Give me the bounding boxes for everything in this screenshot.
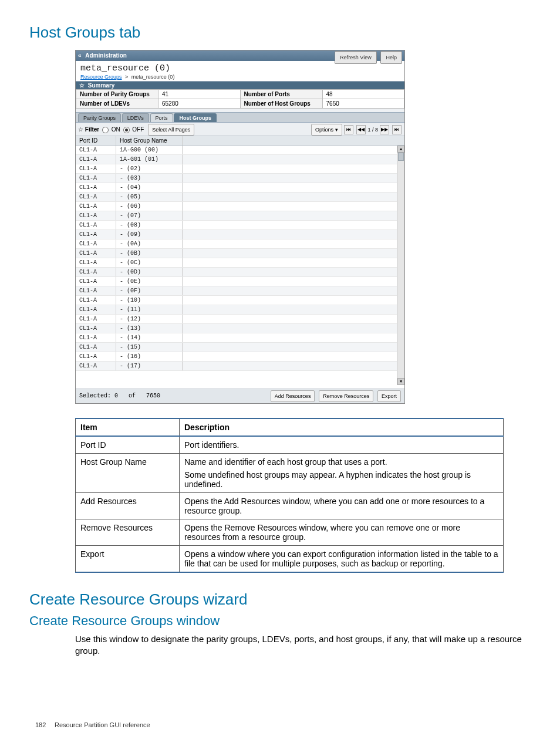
tab-ldevs[interactable]: LDEVs [122, 113, 149, 122]
back-chevron[interactable]: « [78, 52, 82, 59]
export-button[interactable]: Export [377, 390, 401, 402]
table-row[interactable]: CL1-A1A-G01 (01) [76, 155, 404, 164]
pager-next[interactable]: ▶▶ [380, 125, 389, 134]
summary-label: Summary [88, 82, 115, 89]
desc-text: Opens a window where you can export conf… [180, 546, 504, 573]
table-row[interactable]: CL1-A- (14) [76, 333, 404, 343]
cell-host-group: - (04) [116, 183, 183, 192]
pager-first[interactable]: ⏮ [344, 125, 353, 134]
cell-port-id: CL1-A [76, 315, 116, 323]
summary-value-cell: 7650 [322, 99, 404, 109]
add-resources-button[interactable]: Add Resources [271, 390, 315, 402]
desc-item: Export [76, 546, 180, 573]
cell-host-group: - (05) [116, 193, 183, 201]
filter-off-radio[interactable] [123, 127, 130, 133]
cell-port-id: CL1-A [76, 343, 116, 352]
filter-on-radio[interactable] [102, 127, 109, 133]
collapse-icon[interactable]: ☆ [79, 82, 86, 89]
summary-header[interactable]: ☆ Summary [76, 81, 404, 89]
table-row[interactable]: CL1-A1A-G00 (00) [76, 146, 404, 155]
remove-resources-button[interactable]: Remove Resources [319, 390, 373, 402]
cell-host-group: - (16) [116, 352, 183, 361]
cell-port-id: CL1-A [76, 146, 116, 154]
pager-prev[interactable]: ◀◀ [356, 125, 366, 134]
cell-port-id: CL1-A [76, 352, 116, 361]
table-row[interactable]: CL1-A- (10) [76, 296, 404, 305]
scroll-down-icon[interactable]: ▼ [397, 378, 404, 385]
filter-collapse-icon[interactable]: ☆ [78, 126, 83, 133]
cell-port-id: CL1-A [76, 249, 116, 258]
grid-body: CL1-A1A-G00 (00)CL1-A1A-G01 (01)CL1-A- (… [76, 146, 404, 385]
refresh-button[interactable]: Refresh View [335, 51, 376, 64]
table-row[interactable]: CL1-A- (06) [76, 202, 404, 211]
table-row[interactable]: CL1-A- (0F) [76, 286, 404, 296]
desc-text: Opens the Add Resources window, where yo… [180, 493, 504, 519]
tab-host-groups[interactable]: Host Groups [174, 113, 217, 122]
table-row[interactable]: CL1-A- (0B) [76, 249, 404, 258]
summary-label-cell: Number of Parity Groups [76, 90, 158, 99]
tab-row: Parity Groups LDEVs Ports Host Groups [76, 112, 404, 123]
table-row[interactable]: CL1-A- (05) [76, 193, 404, 202]
desc-text: Port identifiers. [180, 436, 504, 454]
cell-port-id: CL1-A [76, 155, 116, 164]
cell-host-group: - (17) [116, 362, 183, 370]
col-port-id[interactable]: Port ID [76, 136, 116, 145]
desc-text: Name and identifier of each host group t… [180, 454, 504, 493]
footer-text: Resource Partition GUI reference [55, 721, 150, 728]
table-row[interactable]: CL1-A- (11) [76, 305, 404, 315]
cell-port-id: CL1-A [76, 164, 116, 173]
table-row[interactable]: CL1-A- (12) [76, 315, 404, 324]
desc-item: Port ID [76, 436, 180, 454]
cell-host-group: - (0E) [116, 277, 183, 286]
cell-port-id: CL1-A [76, 305, 116, 314]
grid-toolbar: ☆ Filter ON OFF Select All Pages Options… [76, 123, 404, 136]
table-row[interactable]: CL1-A- (0C) [76, 258, 404, 268]
table-row[interactable]: CL1-A- (02) [76, 164, 404, 174]
crumb-current: meta_resource (0) [131, 74, 175, 80]
select-all-button[interactable]: Select All Pages [148, 124, 194, 136]
cell-host-group: - (14) [116, 333, 183, 342]
table-row[interactable]: CL1-A- (0A) [76, 239, 404, 249]
cell-port-id: CL1-A [76, 221, 116, 229]
desc-item: Add Resources [76, 493, 180, 519]
cell-port-id: CL1-A [76, 174, 116, 183]
tab-parity-groups[interactable]: Parity Groups [78, 113, 121, 122]
breadcrumb: Resource Groups > meta_resource (0) [80, 74, 400, 80]
summary-label-cell: Number of LDEVs [76, 99, 158, 109]
table-row[interactable]: CL1-A- (09) [76, 230, 404, 239]
shot-topbar: « Administration Refresh View Help [76, 50, 404, 61]
filter-on-label: ON [112, 126, 120, 133]
table-row[interactable]: CL1-A- (08) [76, 221, 404, 230]
scroll-up-icon[interactable]: ▲ [397, 146, 404, 153]
cell-host-group: 1A-G00 (00) [116, 146, 183, 154]
selected-total: 7650 [146, 393, 160, 399]
table-row[interactable]: CL1-A- (16) [76, 352, 404, 362]
cell-port-id: CL1-A [76, 258, 116, 267]
table-row[interactable]: CL1-A- (07) [76, 211, 404, 221]
cell-host-group: - (06) [116, 202, 183, 211]
cell-host-group: - (09) [116, 230, 183, 239]
pager: ⏮ ◀◀ 1 / 8 ▶▶ ⏭ [343, 125, 402, 135]
table-row[interactable]: CL1-A- (0E) [76, 277, 404, 286]
pager-current: 1 [367, 127, 370, 133]
cell-host-group: - (08) [116, 221, 183, 229]
options-button[interactable]: Options ▾ [311, 124, 342, 136]
help-button[interactable]: Help [380, 51, 402, 64]
summary-label-cell: Number of Ports [240, 90, 322, 99]
crumb-link[interactable]: Resource Groups [80, 74, 122, 80]
col-host-group-name[interactable]: Host Group Name [116, 136, 183, 145]
table-row[interactable]: CL1-A- (04) [76, 183, 404, 193]
table-row[interactable]: CL1-A- (13) [76, 324, 404, 333]
tab-ports[interactable]: Ports [150, 113, 173, 122]
cell-port-id: CL1-A [76, 296, 116, 305]
table-row[interactable]: CL1-A- (03) [76, 174, 404, 183]
breadcrumb-root[interactable]: Administration [85, 52, 127, 59]
scrollbar[interactable]: ▲ ▼ [397, 146, 404, 385]
summary-table: Number of Parity Groups41Number of Ports… [76, 89, 404, 109]
scroll-thumb[interactable] [398, 153, 404, 161]
cell-port-id: CL1-A [76, 362, 116, 370]
pager-last[interactable]: ⏭ [392, 125, 402, 134]
table-row[interactable]: CL1-A- (0D) [76, 268, 404, 277]
table-row[interactable]: CL1-A- (17) [76, 362, 404, 371]
table-row[interactable]: CL1-A- (15) [76, 343, 404, 352]
